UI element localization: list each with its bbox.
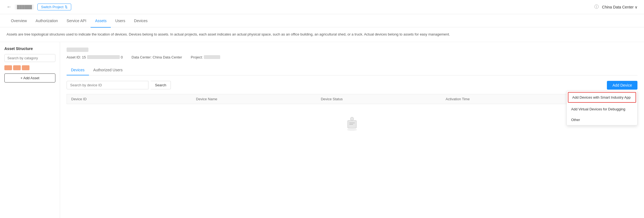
switch-project-chevron-icon: ⇅ (65, 5, 68, 9)
sub-tab-devices[interactable]: Devices (67, 65, 89, 75)
tab-authorization[interactable]: Authorization (31, 14, 62, 28)
data-center-chevron-icon: ∨ (635, 5, 637, 9)
asset-block-1 (4, 65, 12, 70)
asset-id-value-placeholder (87, 55, 120, 59)
asset-id-suffix: 0 (121, 55, 123, 59)
tab-users[interactable]: Users (111, 14, 130, 28)
tab-devices-label: Devices (134, 19, 148, 23)
nav-tabs: Overview Authorization Service API Asset… (0, 14, 644, 27)
sub-tabs: Devices Authorized Users (67, 65, 637, 75)
tab-service-api[interactable]: Service API (62, 14, 91, 28)
add-device-button[interactable]: Add Device (607, 81, 637, 90)
asset-project-value-placeholder (204, 55, 220, 59)
table-col-device-id: Device ID (71, 97, 196, 101)
asset-id-label: Asset ID: 15 (67, 55, 86, 59)
dropdown-item-other-label: Other (571, 118, 580, 122)
svg-point-0 (347, 129, 357, 131)
tab-devices[interactable]: Devices (130, 14, 152, 28)
toolbar: Search Add Device Add Devices with Smart… (67, 81, 637, 90)
add-device-wrapper: Add Device Add Devices with Smart Indust… (607, 81, 637, 90)
search-button[interactable]: Search (151, 81, 171, 89)
dropdown-item-smart-industry[interactable]: Add Devices with Smart Industry App (568, 92, 636, 103)
add-device-dropdown: Add Devices with Smart Industry App Add … (567, 91, 637, 125)
main-layout: Asset Structure + Add Asset Asset ID: 15… (0, 42, 644, 218)
data-center-select[interactable]: China Data Center ∨ (602, 5, 637, 9)
tab-service-api-label: Service API (67, 19, 86, 23)
tab-overview[interactable]: Overview (7, 14, 31, 28)
search-button-label: Search (155, 83, 166, 87)
empty-icon (343, 115, 361, 135)
tab-users-label: Users (115, 19, 125, 23)
table-col-device-name: Device Name (196, 97, 321, 101)
description-bar: Assets are tree topological structures u… (0, 27, 644, 42)
top-bar-right: ⓘ China Data Center ∨ (594, 4, 637, 10)
asset-project: Project: (191, 55, 220, 59)
asset-meta: Asset ID: 15 0 Data Center: China Data C… (67, 55, 637, 59)
tab-assets-label: Assets (95, 19, 106, 23)
asset-name-placeholder (67, 48, 88, 52)
dropdown-item-virtual-devices-label: Add Virtual Devices for Debugging (571, 107, 625, 111)
switch-project-label: Switch Project (41, 5, 63, 9)
back-button[interactable]: ← (7, 4, 11, 10)
top-bar-left: ← ██████ Switch Project ⇅ (7, 4, 71, 10)
data-center-label: China Data Center (602, 5, 634, 9)
add-device-label: Add Device (612, 83, 632, 87)
asset-project-label: Project: (191, 55, 203, 59)
asset-block-2 (13, 65, 21, 70)
sub-tab-authorized-users-label: Authorized Users (93, 68, 123, 72)
toolbar-left: Search (67, 81, 171, 89)
switch-project-button[interactable]: Switch Project ⇅ (37, 4, 71, 10)
dropdown-item-other[interactable]: Other (567, 114, 637, 125)
project-name: ██████ (15, 4, 34, 10)
sidebar-title: Asset Structure (4, 46, 55, 51)
device-search-input[interactable] (67, 81, 148, 89)
table-col-device-status: Device Status (321, 97, 446, 101)
svg-rect-2 (349, 123, 355, 123)
description-text: Assets are tree topological structures u… (7, 32, 450, 36)
add-asset-label: + Add Asset (20, 76, 39, 80)
asset-data-center: Data Center: China Data Center (132, 55, 182, 59)
dropdown-item-smart-industry-label: Add Devices with Smart Industry App (572, 95, 631, 99)
svg-rect-3 (349, 124, 353, 125)
sidebar-search-input[interactable] (4, 54, 55, 62)
table-header: Device ID Device Name Device Status Acti… (67, 94, 637, 104)
sub-tab-devices-label: Devices (71, 68, 85, 72)
empty-state (67, 104, 637, 149)
sidebar: Asset Structure + Add Asset (0, 42, 60, 218)
dropdown-item-virtual-devices[interactable]: Add Virtual Devices for Debugging (567, 104, 637, 114)
asset-id: Asset ID: 15 0 (67, 55, 123, 59)
asset-block-3 (22, 65, 29, 70)
info-icon[interactable]: ⓘ (594, 4, 599, 10)
svg-point-4 (350, 117, 354, 120)
sub-tab-authorized-users[interactable]: Authorized Users (89, 65, 127, 75)
content-area: Asset ID: 15 0 Data Center: China Data C… (60, 42, 644, 218)
tab-assets[interactable]: Assets (91, 14, 111, 28)
sidebar-asset-item[interactable] (4, 65, 55, 70)
add-asset-button[interactable]: + Add Asset (4, 73, 55, 83)
table-col-activation-time: Activation Time (446, 97, 570, 101)
top-bar: ← ██████ Switch Project ⇅ ⓘ China Data C… (0, 0, 644, 14)
back-icon: ← (7, 4, 11, 10)
tab-authorization-label: Authorization (35, 19, 58, 23)
tab-overview-label: Overview (11, 19, 27, 23)
